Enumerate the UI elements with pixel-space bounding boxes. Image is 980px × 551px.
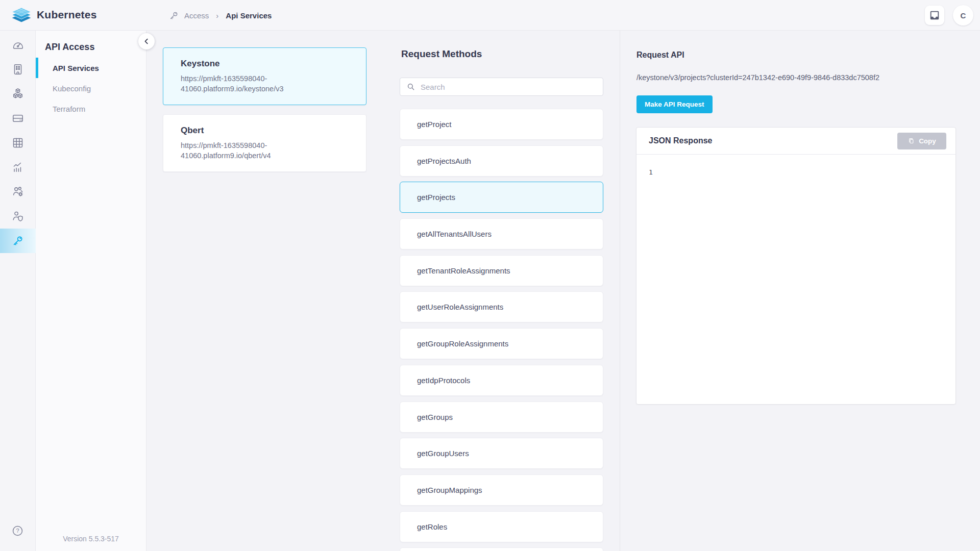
service-url: https://pmkft-1635598040- 41060.platform… bbox=[181, 73, 349, 94]
platform9-kubernetes-logo-icon bbox=[11, 7, 32, 24]
help-icon: ? bbox=[11, 524, 24, 537]
user-shield-icon bbox=[11, 210, 24, 223]
nav-dashboard[interactable] bbox=[0, 33, 36, 57]
method-item[interactable]: getGroupMappings bbox=[400, 474, 603, 506]
user-avatar[interactable]: C bbox=[953, 5, 973, 26]
subnav-title: API Access bbox=[45, 42, 94, 53]
method-label: getGroupUsers bbox=[417, 449, 469, 458]
method-item[interactable]: getIdpProtocols bbox=[400, 365, 603, 396]
building-icon bbox=[11, 63, 24, 76]
service-url-line1: https://pmkft-1635598040- bbox=[181, 141, 267, 149]
method-label: getRoles bbox=[417, 522, 447, 531]
top-header: Kubernetes Access › Api Services C bbox=[0, 0, 980, 31]
method-item[interactable]: getRoles bbox=[400, 511, 603, 542]
copy-icon bbox=[908, 137, 915, 145]
method-label: getUserRoleAssignments bbox=[417, 303, 503, 311]
breadcrumb-access-link[interactable]: Access bbox=[184, 11, 209, 20]
service-url-line2: 41060.platform9.io/qbert/v4 bbox=[181, 152, 271, 160]
nav-rbac[interactable] bbox=[0, 204, 36, 229]
help-button[interactable]: ? bbox=[0, 518, 36, 543]
search-input[interactable] bbox=[400, 78, 603, 96]
nav-workloads[interactable] bbox=[0, 82, 36, 106]
nav-infrastructure[interactable] bbox=[0, 57, 36, 82]
column-divider bbox=[620, 31, 620, 551]
nav-monitoring[interactable] bbox=[0, 155, 36, 180]
nav-storage[interactable] bbox=[0, 106, 36, 131]
request-methods-title: Request Methods bbox=[401, 48, 482, 60]
json-response-body: 1 bbox=[636, 155, 955, 190]
method-label: getProject bbox=[417, 120, 452, 129]
method-search bbox=[400, 78, 603, 96]
key-icon bbox=[168, 10, 179, 21]
grid-icon bbox=[11, 136, 24, 149]
app-title: Kubernetes bbox=[37, 9, 97, 21]
subnav-item[interactable]: Kubeconfig bbox=[36, 78, 146, 98]
key-icon bbox=[11, 234, 24, 247]
subnav-item[interactable]: Terraform bbox=[36, 98, 146, 119]
users-gear-icon bbox=[11, 185, 24, 198]
method-label: getGroupMappings bbox=[417, 486, 482, 494]
method-item-partial[interactable] bbox=[400, 547, 603, 551]
subnav-item-label: Kubeconfig bbox=[53, 84, 91, 93]
method-item[interactable]: getGroupRoleAssignments bbox=[400, 328, 603, 359]
version-label: Version 5.5.3-517 bbox=[36, 535, 146, 543]
cubes-icon bbox=[11, 87, 24, 101]
make-api-request-button[interactable]: Make API Request bbox=[636, 95, 713, 113]
service-name: Keystone bbox=[181, 59, 349, 69]
method-label: getGroupRoleAssignments bbox=[417, 339, 508, 348]
json-response-header: JSON Response Copy bbox=[636, 128, 955, 155]
json-response-panel: JSON Response Copy 1 bbox=[636, 127, 956, 405]
bar-chart-icon bbox=[11, 161, 24, 174]
method-label: getTenantRoleAssignments bbox=[417, 266, 510, 275]
subnav-list: API Services Kubeconfig Terraform bbox=[36, 58, 146, 119]
method-label: getGroups bbox=[417, 413, 453, 421]
method-item[interactable]: getUserRoleAssignments bbox=[400, 291, 603, 322]
method-item[interactable]: getProjectsAuth bbox=[400, 145, 603, 177]
nav-user-management[interactable] bbox=[0, 180, 36, 204]
service-name: Qbert bbox=[181, 126, 349, 136]
dashboard-gauge-icon bbox=[11, 38, 24, 52]
chevron-right-icon: › bbox=[214, 11, 220, 20]
nav-api-access[interactable] bbox=[0, 229, 36, 253]
header-actions: C bbox=[925, 5, 973, 26]
method-item[interactable]: getAllTenantsAllUsers bbox=[400, 218, 603, 249]
subnav-item[interactable]: API Services bbox=[36, 58, 146, 78]
service-url: https://pmkft-1635598040- 41060.platform… bbox=[181, 140, 349, 161]
copy-button[interactable]: Copy bbox=[897, 133, 946, 149]
svg-text:?: ? bbox=[16, 528, 19, 534]
method-item[interactable]: getGroupUsers bbox=[400, 438, 603, 469]
search-icon bbox=[406, 82, 415, 91]
api-service-card[interactable]: Keystone https://pmkft-1635598040- 41060… bbox=[163, 47, 366, 105]
method-item[interactable]: getTenantRoleAssignments bbox=[400, 255, 603, 286]
subnav-item-label: API Services bbox=[53, 64, 99, 72]
method-item[interactable]: getProject bbox=[400, 109, 603, 140]
nav-apps[interactable] bbox=[0, 131, 36, 155]
json-response-title: JSON Response bbox=[649, 136, 712, 145]
method-label: getProjectsAuth bbox=[417, 157, 471, 165]
method-list: getProject getProjectsAuth getProjects g… bbox=[400, 109, 603, 547]
method-item[interactable]: getGroups bbox=[400, 402, 603, 433]
json-line-number: 1 bbox=[649, 168, 653, 176]
service-url-line1: https://pmkft-1635598040- bbox=[181, 74, 267, 83]
method-item[interactable]: getProjects bbox=[400, 182, 603, 213]
method-label: getProjects bbox=[417, 193, 455, 202]
sidebar-collapse-button[interactable] bbox=[138, 33, 155, 49]
breadcrumb: Access › Api Services bbox=[168, 0, 272, 31]
icon-sidebar: ? bbox=[0, 31, 36, 551]
method-label: getAllTenantsAllUsers bbox=[417, 230, 492, 238]
api-service-list: Keystone https://pmkft-1635598040- 41060… bbox=[163, 47, 366, 181]
inbox-tray-icon bbox=[929, 10, 940, 21]
service-url-line2: 41060.platform9.io/keystone/v3 bbox=[181, 85, 284, 93]
app-root: Kubernetes Access › Api Services C bbox=[0, 0, 980, 551]
notifications-tray-button[interactable] bbox=[925, 6, 944, 25]
api-service-card[interactable]: Qbert https://pmkft-1635598040- 41060.pl… bbox=[163, 114, 366, 172]
request-api-url: /keystone/v3/projects?clusterId=247b1342… bbox=[636, 73, 879, 82]
secondary-sidebar: API Access API Services Kubeconfig Terra… bbox=[36, 31, 146, 551]
method-label: getIdpProtocols bbox=[417, 376, 470, 385]
copy-label: Copy bbox=[919, 137, 936, 145]
subnav-item-label: Terraform bbox=[53, 105, 85, 113]
server-icon bbox=[11, 112, 24, 125]
chevron-left-icon bbox=[143, 38, 150, 45]
breadcrumb-current: Api Services bbox=[226, 11, 272, 20]
request-api-title: Request API bbox=[636, 51, 684, 60]
